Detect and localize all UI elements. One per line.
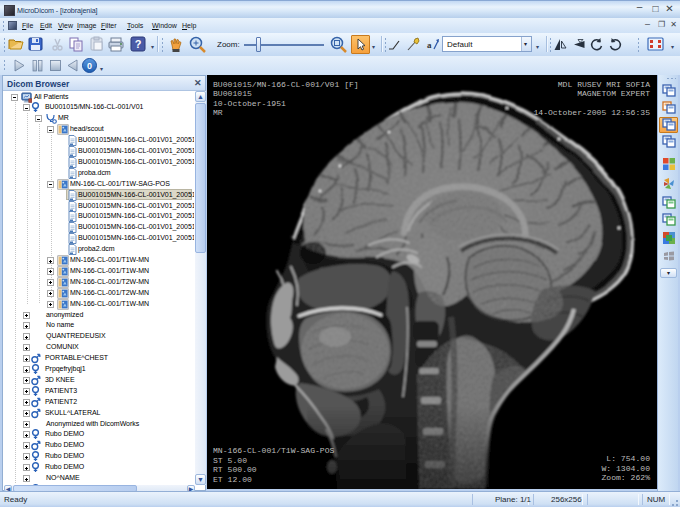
svg-text:?: ? xyxy=(135,38,142,50)
svg-text:0: 0 xyxy=(87,61,92,71)
svg-text:a: a xyxy=(427,40,432,50)
